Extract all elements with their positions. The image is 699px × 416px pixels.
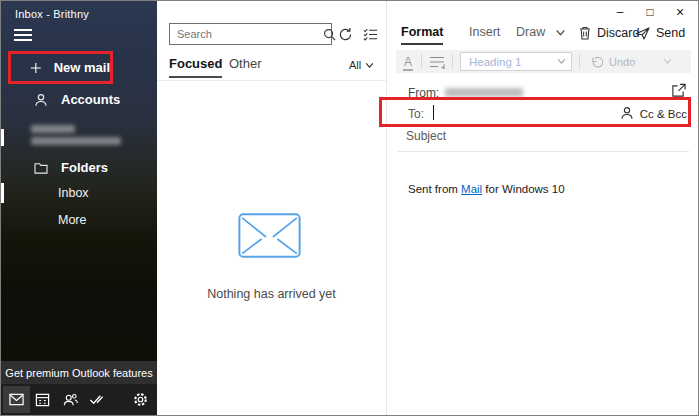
hamburger-menu-icon[interactable]: [14, 29, 32, 41]
premium-banner[interactable]: Get premium Outlook features: [1, 361, 157, 384]
sidebar-item-inbox[interactable]: Inbox: [58, 186, 89, 200]
font-formatting-button[interactable]: A: [398, 55, 418, 69]
search-input[interactable]: [170, 28, 323, 40]
inbox-selection-bar: [1, 183, 4, 203]
window-title: Inbox - Brithny: [15, 8, 89, 20]
people-icon[interactable]: [63, 392, 78, 407]
undo-icon: [591, 56, 604, 68]
compose-ribbon: Format Insert Draw Discard Send: [387, 25, 699, 47]
format-toolbar: A Heading 1 Undo: [396, 50, 691, 73]
blurred-account-name: [31, 125, 75, 133]
from-row[interactable]: From:: [387, 83, 699, 101]
message-body-editor[interactable]: Sent from Mail for Windows 10: [387, 152, 699, 415]
accounts-label: Accounts: [61, 92, 120, 107]
accounts-header[interactable]: Accounts: [34, 92, 120, 107]
toolbar-divider: [452, 54, 453, 69]
style-dropdown[interactable]: Heading 1: [460, 52, 572, 71]
folders-label: Folders: [61, 160, 108, 175]
mail-icon[interactable]: [9, 392, 24, 407]
settings-icon[interactable]: [133, 392, 148, 407]
ribbon-overflow-chevron-icon[interactable]: [555, 29, 566, 37]
window-controls: – □ ×: [605, 1, 695, 23]
to-label: To:: [408, 107, 424, 121]
signature-line: Sent from Mail for Windows 10: [408, 183, 565, 195]
from-label: From:: [408, 86, 439, 100]
empty-envelope-icon: [238, 213, 301, 258]
account-selection-bar: [1, 129, 4, 146]
subject-input[interactable]: [406, 129, 676, 143]
folder-icon: [34, 162, 48, 174]
compose-panel: – □ × Format Insert Draw Discard: [387, 1, 699, 415]
signature-suffix: for Windows 10: [482, 183, 564, 195]
choose-contacts-icon[interactable]: [620, 106, 634, 120]
select-messages-icon[interactable]: [363, 27, 378, 42]
undo-options-chevron-icon[interactable]: [663, 58, 672, 65]
open-in-new-window-icon[interactable]: [671, 83, 686, 98]
plus-icon: [30, 61, 42, 75]
discard-label: Discard: [597, 26, 639, 40]
search-icon[interactable]: [323, 28, 336, 41]
discard-button[interactable]: Discard: [579, 23, 639, 43]
filter-all-label: All: [349, 59, 361, 71]
mail-app-window: Inbox - Brithny New mail Accounts Folder…: [0, 0, 699, 416]
subject-row: [387, 127, 699, 151]
text-cursor: [433, 105, 434, 120]
chevron-down-icon: [557, 58, 566, 65]
undo-label: Undo: [609, 56, 635, 68]
font-button-label: A: [403, 55, 413, 71]
new-mail-button[interactable]: New mail: [8, 51, 113, 84]
blurred-account-email: [31, 137, 121, 145]
sidebar-item-more[interactable]: More: [58, 213, 86, 227]
tab-draw[interactable]: Draw: [516, 25, 545, 39]
paragraph-formatting-icon[interactable]: [429, 55, 445, 69]
folders-header[interactable]: Folders: [34, 160, 108, 175]
blurred-from-address: [445, 88, 523, 97]
sidebar: Inbox - Brithny New mail Accounts Folder…: [1, 1, 157, 415]
trash-icon: [579, 26, 591, 40]
send-icon: [635, 27, 650, 40]
maximize-button[interactable]: □: [635, 1, 665, 23]
tab-format[interactable]: Format: [401, 25, 443, 45]
close-button[interactable]: ×: [665, 1, 695, 23]
signature-prefix: Sent from: [408, 183, 461, 195]
minimize-button[interactable]: –: [605, 1, 635, 23]
search-box: [169, 23, 332, 45]
undo-button[interactable]: Undo: [591, 56, 635, 68]
filter-all-dropdown[interactable]: All: [349, 59, 374, 71]
toolbar-divider: [421, 54, 422, 69]
style-dropdown-value: Heading 1: [469, 56, 521, 68]
chevron-down-icon: [365, 62, 374, 69]
tab-other[interactable]: Other: [229, 56, 262, 71]
send-label: Send: [656, 26, 685, 40]
tab-insert[interactable]: Insert: [469, 25, 500, 39]
tab-focused[interactable]: Focused: [169, 56, 222, 78]
sync-icon[interactable]: [338, 27, 353, 42]
empty-state-message: Nothing has arrived yet: [157, 287, 386, 301]
tabs-divider: [157, 80, 386, 81]
new-mail-label: New mail: [54, 60, 110, 75]
message-list-panel: Focused Other All Nothing has arrived ye…: [157, 1, 386, 415]
to-field[interactable]: To: Cc & Bcc: [387, 101, 699, 127]
calendar-icon[interactable]: [35, 392, 50, 407]
send-button[interactable]: Send: [635, 23, 685, 43]
todo-icon[interactable]: [89, 392, 104, 407]
toolbar-divider: [579, 54, 580, 69]
mail-link[interactable]: Mail: [461, 183, 482, 195]
cc-bcc-link[interactable]: Cc & Bcc: [640, 108, 687, 120]
person-icon: [34, 93, 48, 107]
bottom-nav: [1, 384, 157, 415]
